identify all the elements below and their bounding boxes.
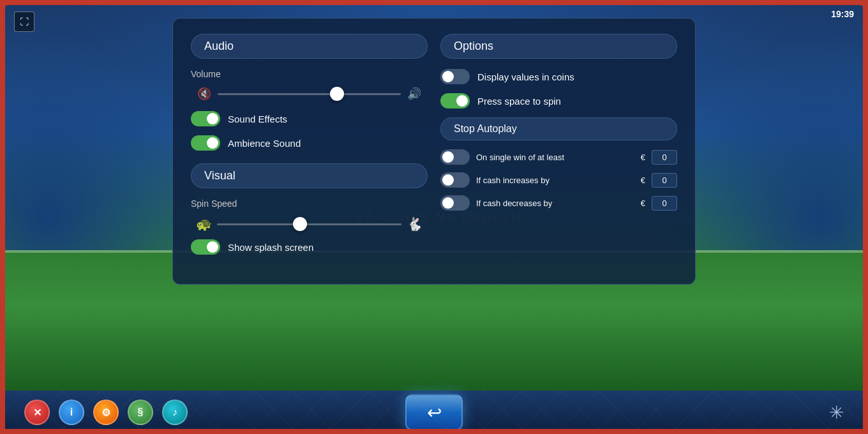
show-splash-label: Show splash screen [228,242,313,253]
expand-icon: ⛶ [20,17,29,27]
single-win-label: On single win of at least [476,153,634,162]
info-icon: i [70,407,73,418]
rules-button[interactable]: § [128,400,153,425]
settings-panel: Audio Volume 🔇 🔊 Sound Effects Amb [172,18,696,285]
audio-section-header: Audio [191,34,428,59]
visual-section: Visual Spin Speed 🐢 🐇 Show splash screen [191,163,428,255]
sound-effects-row: Sound Effects [191,111,428,126]
time-display: 19:39 [831,9,854,19]
cash-decreases-row: If cash decreases by € [440,195,677,211]
spin-speed-row: 🐢 🐇 [196,216,423,232]
display-coins-toggle[interactable] [440,69,470,84]
display-coins-label: Display values in coins [477,71,574,82]
single-win-input[interactable] [652,150,677,165]
sound-button[interactable]: ♪ [162,400,188,425]
cash-increases-label: If cash increases by [476,176,634,185]
cash-increases-row: If cash increases by € [440,172,677,188]
settings-button[interactable]: ⚙ [93,400,119,425]
speed-slider-track[interactable] [217,223,401,225]
single-win-knob [442,151,454,163]
press-space-toggle[interactable] [440,93,470,108]
rules-icon: § [138,407,144,418]
sound-effects-knob [207,113,218,124]
volume-label: Volume [191,69,428,79]
cash-increases-currency: € [641,176,645,185]
ambience-sound-toggle[interactable] [191,135,220,151]
bottom-toolbar: ✕ i ⚙ § ♪ ↩ ✳ [5,391,863,434]
action-button-group: ✕ i ⚙ § ♪ [24,400,188,425]
settings-icon: ⚙ [101,407,110,419]
press-space-knob [456,95,468,107]
starburst-icon: ✳ [829,402,844,423]
single-win-row: On single win of at least € [440,149,677,165]
single-win-currency: € [641,153,645,162]
single-win-toggle[interactable] [440,149,470,165]
sound-effects-label: Sound Effects [228,114,287,124]
visual-section-header: Visual [191,163,428,188]
show-splash-row: Show splash screen [191,239,428,255]
options-section-header: Options [440,34,677,59]
fast-icon: 🐇 [407,216,423,232]
stop-autoplay-header: Stop Autoplay [440,117,677,140]
speed-slider-thumb[interactable] [293,217,307,231]
close-icon: ✕ [33,407,41,419]
press-space-label: Press space to spin [477,96,561,107]
cash-decreases-knob [442,197,454,209]
ambience-sound-knob [207,137,218,149]
volume-slider-thumb[interactable] [330,87,344,101]
show-splash-knob [207,241,218,253]
cash-increases-input[interactable] [652,173,677,188]
volume-row: 🔇 🔊 [191,87,428,101]
display-coins-row: Display values in coins [440,69,677,84]
cash-decreases-label: If cash decreases by [476,198,634,208]
ambience-sound-label: Ambience Sound [228,138,301,149]
show-splash-toggle[interactable] [191,239,220,255]
mute-icon: 🔇 [197,87,211,101]
return-button[interactable]: ↩ [405,394,463,430]
ambience-sound-row: Ambience Sound [191,135,428,151]
volume-slider-track[interactable] [218,93,401,95]
sound-effects-toggle[interactable] [191,111,220,126]
press-space-row: Press space to spin [440,93,677,108]
left-column: Audio Volume 🔇 🔊 Sound Effects Amb [191,34,428,264]
right-column: Options Display values in coins Press sp… [440,34,677,264]
display-coins-knob [442,71,454,82]
cash-increases-knob [442,174,454,186]
expand-button[interactable]: ⛶ [14,11,34,32]
slow-icon: 🐢 [196,216,212,232]
info-button[interactable]: i [59,400,84,425]
return-icon: ↩ [427,402,442,423]
sound-icon: ♪ [172,407,177,418]
volume-high-icon: 🔊 [407,87,421,101]
cash-decreases-input[interactable] [652,196,677,211]
close-button[interactable]: ✕ [24,400,50,425]
spin-speed-label: Spin Speed [191,198,428,209]
cash-decreases-currency: € [641,198,645,208]
cash-decreases-toggle[interactable] [440,195,470,211]
cash-increases-toggle[interactable] [440,172,470,188]
